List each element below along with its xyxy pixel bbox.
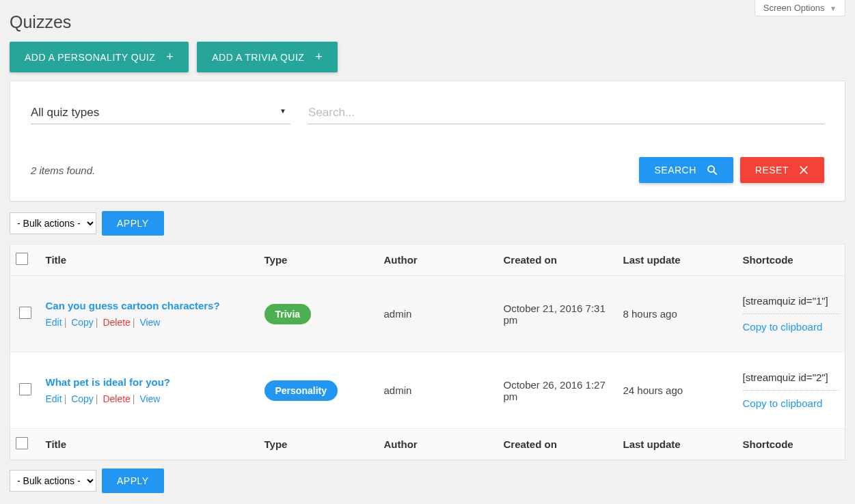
delete-link[interactable]: Delete (103, 393, 130, 404)
table-row: Can you guess cartoon characters? Edit| … (10, 276, 845, 352)
column-author: Author (379, 244, 498, 276)
column-created[interactable]: Created on (498, 429, 618, 460)
bulk-actions-select[interactable]: - Bulk actions - (10, 212, 96, 234)
type-badge: Personality (264, 380, 338, 401)
quiz-type-select[interactable]: All quiz types ▼ (31, 102, 290, 124)
quiz-title-link[interactable]: What pet is ideal for you? (46, 376, 171, 388)
screen-options-toggle[interactable]: Screen Options ▼ (755, 0, 845, 16)
table-row: What pet is ideal for you? Edit| Copy| D… (10, 352, 845, 429)
quiz-type-selected: All quiz types (31, 106, 99, 119)
column-title[interactable]: Title (40, 429, 259, 460)
select-all-checkbox-footer[interactable] (16, 437, 28, 449)
page-title: Quizzes (10, 12, 845, 32)
chevron-down-icon: ▼ (280, 107, 286, 115)
column-shortcode: Shortcode (737, 429, 845, 460)
column-type: Type (259, 429, 379, 460)
search-button-label: SEARCH (654, 165, 696, 176)
column-created[interactable]: Created on (498, 244, 618, 276)
screen-options-label: Screen Options (763, 3, 825, 13)
add-trivia-label: ADD A TRIVIA QUIZ (212, 52, 304, 63)
copy-clipboard-link[interactable]: Copy to clipboard (743, 397, 823, 409)
row-checkbox[interactable] (19, 307, 31, 319)
type-badge: Trivia (264, 304, 312, 324)
column-title[interactable]: Title (40, 244, 259, 276)
reset-button[interactable]: RESET (740, 157, 824, 183)
view-link[interactable]: View (139, 393, 160, 404)
apply-label: APPLY (117, 218, 149, 229)
copy-clipboard-link[interactable]: Copy to clipboard (743, 321, 823, 333)
apply-button-footer[interactable]: APPLY (102, 468, 164, 493)
edit-link[interactable]: Edit (46, 317, 62, 328)
bulk-actions-select-footer[interactable]: - Bulk actions - (10, 470, 96, 492)
column-shortcode: Shortcode (737, 244, 845, 276)
column-type: Type (259, 244, 379, 276)
close-icon (798, 165, 809, 176)
svg-point-0 (708, 166, 714, 172)
search-button[interactable]: SEARCH (639, 157, 733, 183)
updated-cell: 24 hours ago (618, 352, 737, 429)
quiz-table: Title Type Author Created on Last update… (10, 244, 845, 460)
author-cell: admin (379, 276, 498, 352)
plus-icon: + (315, 50, 323, 64)
column-updated[interactable]: Last update (618, 244, 737, 276)
filter-panel: All quiz types ▼ 2 items found. SEARCH (10, 81, 845, 201)
column-author: Author (379, 429, 498, 460)
delete-link[interactable]: Delete (103, 317, 130, 328)
add-personality-label: ADD A PERSONALITY QUIZ (25, 52, 155, 63)
plus-icon: + (166, 50, 174, 64)
apply-button[interactable]: APPLY (102, 211, 164, 236)
copy-link[interactable]: Copy (71, 317, 94, 328)
chevron-down-icon: ▼ (830, 5, 837, 12)
view-link[interactable]: View (139, 317, 160, 328)
column-updated[interactable]: Last update (618, 429, 737, 460)
svg-line-1 (714, 171, 717, 175)
select-all-checkbox[interactable] (16, 253, 28, 265)
search-icon (706, 164, 718, 176)
add-trivia-quiz-button[interactable]: ADD A TRIVIA QUIZ + (197, 42, 338, 72)
quiz-title-link[interactable]: Can you guess cartoon characters? (46, 300, 220, 311)
created-cell: October 26, 2016 1:27 pm (498, 352, 618, 429)
add-personality-quiz-button[interactable]: ADD A PERSONALITY QUIZ + (10, 42, 189, 72)
edit-link[interactable]: Edit (46, 393, 62, 404)
search-input[interactable] (308, 106, 824, 120)
shortcode-text: [streamquiz id="2"] (743, 372, 840, 391)
updated-cell: 8 hours ago (618, 276, 737, 352)
row-checkbox[interactable] (19, 383, 31, 395)
created-cell: October 21, 2016 7:31 pm (498, 276, 618, 352)
copy-link[interactable]: Copy (71, 393, 94, 404)
author-cell: admin (379, 352, 498, 429)
items-found-label: 2 items found. (31, 165, 95, 176)
reset-button-label: RESET (755, 165, 789, 176)
shortcode-text: [streamquiz id="1"] (743, 295, 840, 314)
apply-label: APPLY (117, 475, 149, 486)
